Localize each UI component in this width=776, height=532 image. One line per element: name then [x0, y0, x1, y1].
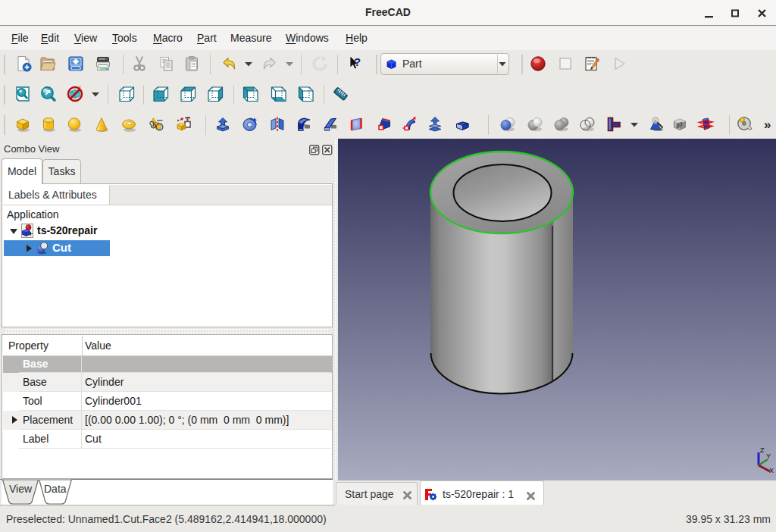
svg-text:Data: Data: [44, 483, 67, 495]
svg-text:Z: Z: [760, 446, 765, 454]
svg-text:X: X: [769, 467, 774, 474]
svg-text:?: ?: [354, 55, 361, 68]
svg-text:View: View: [9, 483, 33, 495]
svg-text:Y: Y: [766, 452, 771, 460]
